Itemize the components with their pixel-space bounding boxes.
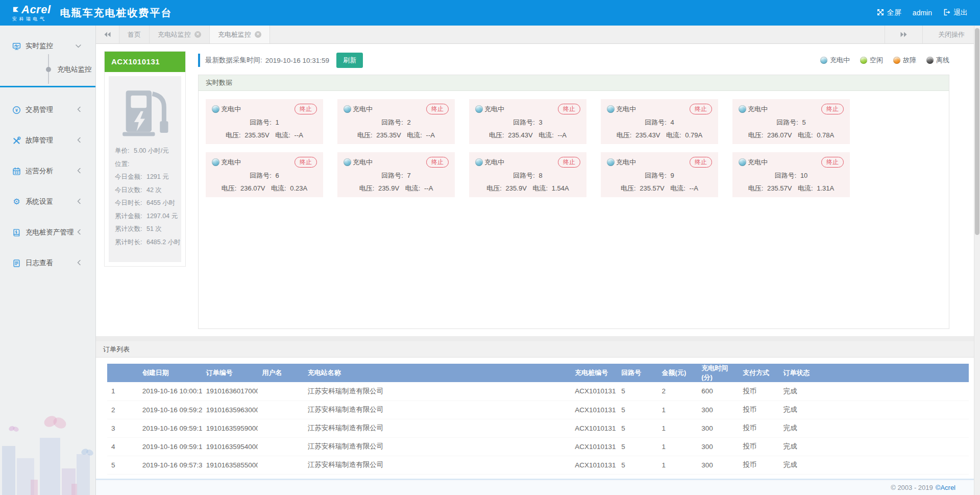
column-header: 用户名 <box>258 364 303 382</box>
pile-code-cell: ACX1010131 <box>571 419 617 437</box>
fullscreen-button[interactable]: 全屏 <box>877 8 901 17</box>
voltage-label: 电压: <box>359 184 375 192</box>
voltage-value: 235.9V <box>506 184 527 192</box>
create-date-cell: 2019-10-16 09:59:19 <box>138 419 202 437</box>
terminate-button[interactable]: 终止 <box>558 104 580 114</box>
stat-label: 今日金额: <box>115 173 142 180</box>
amount-cell: 1 <box>658 419 698 437</box>
current-value: 1.54A <box>552 184 569 192</box>
tab-pile-monitor[interactable]: 充电桩监控 <box>210 26 270 43</box>
refresh-button[interactable]: 刷新 <box>336 53 363 68</box>
stat-value: 6455 小时 <box>146 199 175 206</box>
circuit-no-value: 7 <box>407 172 411 179</box>
station-name-cell: 江苏安科瑞制造有限公司 <box>304 382 571 400</box>
sidebar: 实时监控 充电站监控 ¥ <box>0 26 96 495</box>
circuit-no-label: 回路号: <box>513 119 535 126</box>
row-number-cell: 3 <box>107 419 138 437</box>
tab-bar: 首页 充电站监控 充电桩监控 关闭操作 <box>96 26 980 44</box>
sidebar-item-transactions[interactable]: ¥ 交易管理 <box>0 99 95 121</box>
stat-value: 51 次 <box>146 225 162 232</box>
close-icon[interactable] <box>194 31 201 38</box>
tabs-scroll-left-button[interactable] <box>96 26 119 43</box>
user-menu[interactable]: admin <box>913 9 932 17</box>
terminate-button[interactable]: 终止 <box>558 157 580 168</box>
city-butterfly-watermark <box>0 416 96 495</box>
circuit-no-label: 回路号: <box>381 172 403 179</box>
current-label: 电流: <box>271 184 286 192</box>
circuit-card: 充电中 终止 回路号: 8 <box>469 152 586 197</box>
pay-method-cell: 投币 <box>739 437 779 456</box>
voltage-label: 电压: <box>226 131 241 139</box>
terminate-button[interactable]: 终止 <box>821 104 844 114</box>
circuit-card: 充电中 终止 回路号: 10 <box>732 152 850 197</box>
username-cell <box>258 419 303 437</box>
current-value: 0.79A <box>685 131 702 139</box>
sidebar-item-logs[interactable]: 日志查看 <box>0 252 95 274</box>
sidebar-item-settings[interactable]: ⚙ 系统设置 <box>0 191 95 213</box>
current-value: 0.23A <box>290 184 307 192</box>
close-operations-menu[interactable]: 关闭操作 <box>922 26 980 43</box>
order-status-cell: 完成 <box>779 456 969 474</box>
row-number-cell: 5 <box>107 456 138 474</box>
sidebar-item-pile-assets[interactable]: 充电桩资产管理 <box>0 221 95 244</box>
circuit-no-value: 10 <box>800 172 807 179</box>
logout-button[interactable]: 退出 <box>943 8 968 17</box>
circuit-no-value: 6 <box>276 172 279 179</box>
stat-label: 今日次数: <box>115 186 142 194</box>
tab-home[interactable]: 首页 <box>119 26 150 43</box>
logo-text: Acrel <box>21 4 51 15</box>
close-icon[interactable] <box>255 31 261 38</box>
tabs-scroll-right-button[interactable] <box>885 26 922 43</box>
order-no-cell: 1910163595900045 <box>202 419 258 437</box>
current-value: 0.78A <box>817 131 834 139</box>
tab-station-monitor[interactable]: 充电站监控 <box>150 26 210 43</box>
chevron-left-icon <box>77 168 81 175</box>
page-footer: © 2003 - 2019 ©Acrel <box>96 480 980 495</box>
terminate-button[interactable]: 终止 <box>295 157 317 168</box>
column-header: 支付方式 <box>739 364 779 382</box>
circuit-number-line: 回路号: 1 <box>212 118 317 127</box>
vertical-scrollbar[interactable] <box>974 26 980 495</box>
terminate-button[interactable]: 终止 <box>426 157 449 168</box>
acrel-link[interactable]: ©Acrel <box>936 484 955 491</box>
voltage-value: 235.35V <box>244 131 269 139</box>
stat-label: 今日时长: <box>115 199 142 206</box>
charge-minutes-cell: 300 <box>697 400 739 419</box>
sidebar-item-analysis[interactable]: 运营分析 <box>0 160 95 182</box>
circuit-status-label: 充电中 <box>221 105 241 114</box>
terminate-button[interactable]: 终止 <box>690 157 712 168</box>
stat-line: 累计金额: 1297.04 元 <box>115 210 175 223</box>
realtime-data-panel-body: 充电中 终止 回路号: 1 <box>199 91 949 328</box>
scrollbar-thumb[interactable] <box>975 28 979 235</box>
table-row: 4 2019-10-16 09:59:14 1910163595400044 江… <box>107 437 969 456</box>
sidebar-item-faults[interactable]: 故障管理 <box>0 129 95 152</box>
circuit-status-label: 充电中 <box>484 105 504 114</box>
stat-value: 1291 元 <box>146 173 169 180</box>
terminate-button[interactable]: 终止 <box>690 104 712 114</box>
app-page: Acrel 安科瑞电气 电瓶车充电桩收费平台 全屏 admin <box>0 0 980 495</box>
current-label: 电流: <box>538 131 554 139</box>
column-header: 回路号 <box>617 364 657 382</box>
terminate-button[interactable]: 终止 <box>426 104 449 114</box>
circuit-measure-line: 电压: 235.35V 电流: --A <box>344 131 449 140</box>
current-value: --A <box>558 131 567 139</box>
sidebar-item-label: 系统设置 <box>26 197 53 206</box>
circuit-status-label: 充电中 <box>616 105 636 114</box>
pay-method-cell: 投币 <box>739 419 779 437</box>
terminate-button[interactable]: 终止 <box>821 157 844 168</box>
order-table-wrap: 创建日期 订单编号 用户名 充电站名称 充电桩编号 回路号 金额(元) 充电时间… <box>96 358 980 475</box>
circuit-measure-line: 电压: 235.35V 电流: --A <box>212 131 317 140</box>
create-date-cell: 2019-10-16 09:59:23 <box>138 400 202 419</box>
station-summary-card: ACX1010131 <box>104 51 186 267</box>
current-label: 电流: <box>532 184 548 192</box>
circuit-measure-line: 电压: 235.43V 电流: --A <box>475 131 580 140</box>
terminate-button[interactable]: 终止 <box>295 104 317 114</box>
circuit-no-label: 回路号: <box>645 119 667 126</box>
sidebar-item-station-monitor[interactable]: 充电站监控 <box>0 57 95 82</box>
order-no-cell: 1910163585500043 <box>202 456 258 474</box>
voltage-value: 235.43V <box>508 131 532 139</box>
voltage-value: 235.35V <box>376 131 401 139</box>
logo-subtext: 安科瑞电气 <box>12 17 51 21</box>
transaction-icon: ¥ <box>12 106 21 114</box>
fault-dot-icon <box>893 57 900 64</box>
